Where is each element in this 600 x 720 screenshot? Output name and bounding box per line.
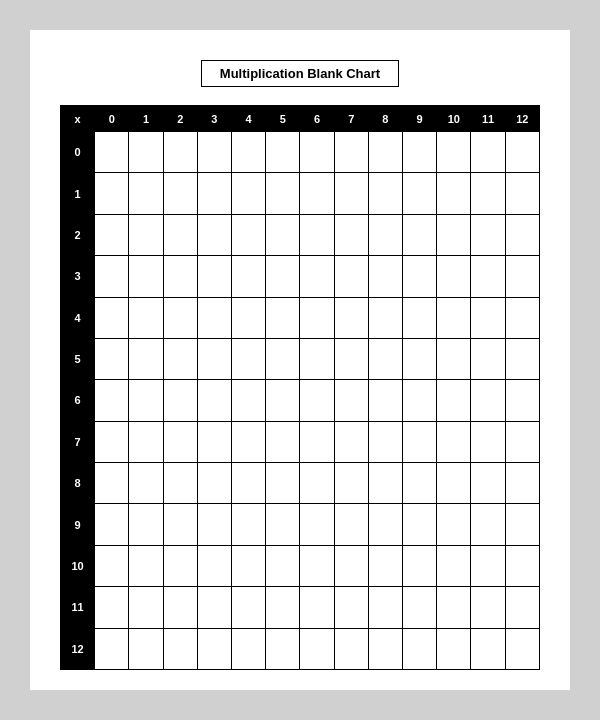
cell-5-9[interactable]: [403, 338, 437, 379]
cell-8-12[interactable]: [505, 463, 539, 504]
cell-9-3[interactable]: [197, 504, 231, 545]
cell-2-1[interactable]: [129, 214, 163, 255]
cell-5-4[interactable]: [232, 338, 266, 379]
cell-8-7[interactable]: [334, 463, 368, 504]
cell-5-5[interactable]: [266, 338, 300, 379]
cell-3-5[interactable]: [266, 256, 300, 297]
cell-6-1[interactable]: [129, 380, 163, 421]
cell-6-6[interactable]: [300, 380, 334, 421]
cell-6-4[interactable]: [232, 380, 266, 421]
cell-6-12[interactable]: [505, 380, 539, 421]
cell-10-5[interactable]: [266, 545, 300, 586]
cell-6-7[interactable]: [334, 380, 368, 421]
cell-10-9[interactable]: [403, 545, 437, 586]
cell-9-5[interactable]: [266, 504, 300, 545]
cell-5-8[interactable]: [368, 338, 402, 379]
cell-2-4[interactable]: [232, 214, 266, 255]
cell-12-1[interactable]: [129, 628, 163, 670]
cell-5-10[interactable]: [437, 338, 471, 379]
cell-4-2[interactable]: [163, 297, 197, 338]
cell-2-10[interactable]: [437, 214, 471, 255]
cell-9-0[interactable]: [95, 504, 129, 545]
cell-12-5[interactable]: [266, 628, 300, 670]
cell-11-4[interactable]: [232, 587, 266, 628]
cell-6-5[interactable]: [266, 380, 300, 421]
cell-4-12[interactable]: [505, 297, 539, 338]
cell-1-8[interactable]: [368, 173, 402, 214]
cell-6-9[interactable]: [403, 380, 437, 421]
cell-7-8[interactable]: [368, 421, 402, 462]
cell-5-12[interactable]: [505, 338, 539, 379]
cell-6-11[interactable]: [471, 380, 505, 421]
cell-5-3[interactable]: [197, 338, 231, 379]
cell-1-2[interactable]: [163, 173, 197, 214]
cell-3-9[interactable]: [403, 256, 437, 297]
cell-3-12[interactable]: [505, 256, 539, 297]
cell-4-8[interactable]: [368, 297, 402, 338]
cell-0-9[interactable]: [403, 132, 437, 173]
cell-4-3[interactable]: [197, 297, 231, 338]
cell-10-6[interactable]: [300, 545, 334, 586]
cell-8-9[interactable]: [403, 463, 437, 504]
cell-7-3[interactable]: [197, 421, 231, 462]
cell-11-12[interactable]: [505, 587, 539, 628]
cell-12-4[interactable]: [232, 628, 266, 670]
cell-2-3[interactable]: [197, 214, 231, 255]
cell-8-6[interactable]: [300, 463, 334, 504]
cell-2-2[interactable]: [163, 214, 197, 255]
cell-12-6[interactable]: [300, 628, 334, 670]
cell-10-1[interactable]: [129, 545, 163, 586]
cell-2-9[interactable]: [403, 214, 437, 255]
cell-5-2[interactable]: [163, 338, 197, 379]
cell-0-10[interactable]: [437, 132, 471, 173]
cell-11-1[interactable]: [129, 587, 163, 628]
cell-2-5[interactable]: [266, 214, 300, 255]
cell-7-4[interactable]: [232, 421, 266, 462]
cell-12-7[interactable]: [334, 628, 368, 670]
cell-7-5[interactable]: [266, 421, 300, 462]
cell-4-11[interactable]: [471, 297, 505, 338]
cell-0-5[interactable]: [266, 132, 300, 173]
cell-0-4[interactable]: [232, 132, 266, 173]
cell-2-11[interactable]: [471, 214, 505, 255]
cell-11-10[interactable]: [437, 587, 471, 628]
cell-12-2[interactable]: [163, 628, 197, 670]
cell-3-8[interactable]: [368, 256, 402, 297]
cell-4-0[interactable]: [95, 297, 129, 338]
cell-3-1[interactable]: [129, 256, 163, 297]
cell-7-0[interactable]: [95, 421, 129, 462]
cell-12-12[interactable]: [505, 628, 539, 670]
cell-4-10[interactable]: [437, 297, 471, 338]
cell-12-10[interactable]: [437, 628, 471, 670]
cell-11-8[interactable]: [368, 587, 402, 628]
cell-3-0[interactable]: [95, 256, 129, 297]
cell-9-9[interactable]: [403, 504, 437, 545]
cell-8-8[interactable]: [368, 463, 402, 504]
cell-9-2[interactable]: [163, 504, 197, 545]
cell-10-0[interactable]: [95, 545, 129, 586]
cell-4-5[interactable]: [266, 297, 300, 338]
cell-4-7[interactable]: [334, 297, 368, 338]
cell-4-9[interactable]: [403, 297, 437, 338]
cell-2-0[interactable]: [95, 214, 129, 255]
cell-7-11[interactable]: [471, 421, 505, 462]
cell-4-4[interactable]: [232, 297, 266, 338]
cell-7-6[interactable]: [300, 421, 334, 462]
cell-0-11[interactable]: [471, 132, 505, 173]
cell-2-7[interactable]: [334, 214, 368, 255]
cell-8-11[interactable]: [471, 463, 505, 504]
cell-0-3[interactable]: [197, 132, 231, 173]
cell-3-6[interactable]: [300, 256, 334, 297]
cell-8-1[interactable]: [129, 463, 163, 504]
cell-8-10[interactable]: [437, 463, 471, 504]
cell-3-4[interactable]: [232, 256, 266, 297]
cell-9-10[interactable]: [437, 504, 471, 545]
cell-10-2[interactable]: [163, 545, 197, 586]
cell-7-2[interactable]: [163, 421, 197, 462]
cell-5-7[interactable]: [334, 338, 368, 379]
cell-5-11[interactable]: [471, 338, 505, 379]
cell-1-5[interactable]: [266, 173, 300, 214]
cell-11-11[interactable]: [471, 587, 505, 628]
cell-0-2[interactable]: [163, 132, 197, 173]
cell-6-3[interactable]: [197, 380, 231, 421]
